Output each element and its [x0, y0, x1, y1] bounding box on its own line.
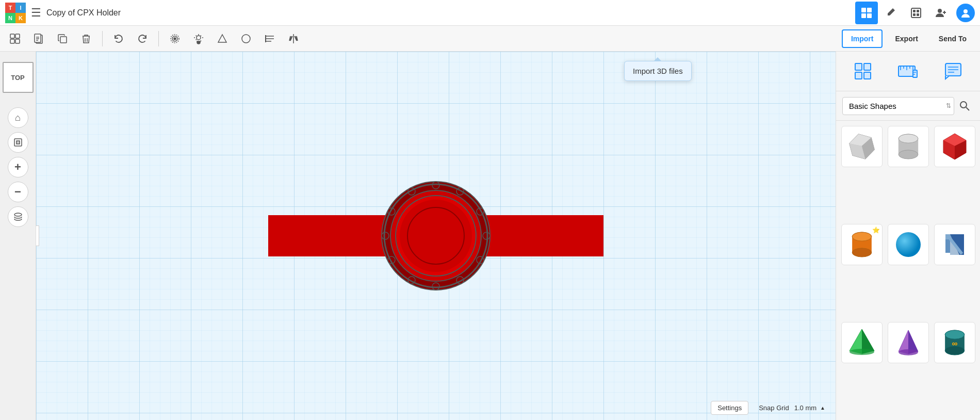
snap-grid-value: 1.0 mm — [794, 404, 816, 412]
logo-i: I — [15, 3, 26, 13]
align-btn[interactable] — [260, 29, 280, 49]
logo-t: T — [5, 3, 15, 13]
svg-point-108 — [945, 330, 965, 339]
svg-rect-11 — [10, 34, 14, 38]
top-nav-icons — [855, 2, 975, 24]
top-bar: T I N K ☰ Copy of CPX Holder — [0, 0, 980, 26]
fit-screen-btn[interactable] — [8, 132, 28, 153]
svg-rect-55 — [855, 72, 862, 79]
svg-point-32 — [14, 213, 22, 216]
separator-1 — [102, 31, 103, 46]
shapes-dropdown-area: Basic Shapes ⇅ — [836, 91, 980, 121]
redo-btn[interactable] — [133, 29, 152, 49]
shapes-search-btn[interactable] — [955, 96, 974, 115]
separator-2 — [158, 31, 159, 46]
svg-rect-20 — [60, 37, 67, 43]
grid-view-btn[interactable] — [855, 2, 878, 24]
import-tooltip: Import 3D files — [624, 61, 692, 81]
shape-tool-2-btn[interactable] — [236, 29, 256, 49]
svg-rect-4 — [911, 8, 921, 18]
panel-ruler-btn[interactable] — [894, 58, 921, 85]
svg-rect-12 — [15, 34, 20, 38]
panel-collapse-btn[interactable]: › — [36, 225, 39, 246]
tinkercad-logo[interactable]: T I N K — [5, 3, 26, 23]
svg-point-24 — [197, 36, 201, 40]
snap-grid-chevron[interactable]: ▲ — [820, 405, 825, 411]
star-badge: ⭐ — [872, 227, 880, 234]
svg-rect-63 — [913, 70, 917, 77]
svg-point-45 — [382, 232, 389, 239]
svg-line-71 — [966, 107, 969, 110]
svg-text:∞: ∞ — [952, 339, 958, 348]
svg-point-42 — [432, 283, 439, 290]
panel-grid-btn[interactable] — [850, 58, 876, 85]
svg-rect-6 — [917, 10, 919, 12]
svg-point-79 — [899, 134, 918, 143]
svg-point-89 — [852, 232, 872, 241]
svg-point-52 — [407, 207, 464, 264]
svg-rect-8 — [917, 13, 919, 16]
import-btn[interactable]: Import — [842, 29, 883, 48]
circle-gear — [379, 179, 493, 293]
svg-rect-13 — [10, 39, 14, 43]
svg-point-78 — [899, 150, 918, 159]
panel-notes-btn[interactable] — [940, 58, 967, 85]
left-panel: TOP ⌂ + − — [0, 52, 36, 420]
undo-btn[interactable] — [109, 29, 128, 49]
svg-rect-7 — [913, 13, 916, 16]
settings-btn[interactable]: Settings — [711, 401, 748, 415]
snap-grid-control[interactable]: Snap Grid 1.0 mm ▲ — [759, 404, 825, 412]
right-panel-top-icons — [836, 52, 980, 91]
svg-point-88 — [852, 248, 872, 257]
shape-purple-cone[interactable] — [888, 322, 929, 363]
svg-rect-0 — [861, 8, 866, 12]
copy-btn[interactable] — [53, 29, 72, 49]
shape-red-box[interactable] — [934, 126, 975, 167]
shape-orange-cylinder[interactable]: ⭐ — [841, 224, 883, 265]
svg-rect-53 — [855, 63, 862, 70]
shape-tool-1-btn[interactable] — [213, 29, 232, 49]
canvas-area[interactable]: › Settings Snap Grid 1.0 mm ▲ — [36, 52, 836, 420]
snap-grid-label: Snap Grid — [759, 404, 789, 412]
shape-teal-cylinder[interactable]: ∞ — [934, 322, 975, 363]
shape-text3d[interactable] — [934, 224, 975, 265]
zoom-out-btn[interactable]: − — [8, 182, 28, 202]
svg-point-70 — [960, 102, 967, 108]
layers-btn[interactable] — [8, 206, 28, 227]
view-cube-box[interactable]: TOP — [3, 62, 34, 93]
logo-k: K — [15, 13, 26, 23]
shape-box[interactable] — [841, 126, 883, 167]
light-btn[interactable] — [189, 29, 208, 49]
camera-view-btn[interactable] — [165, 29, 185, 49]
design-container[interactable] — [268, 133, 603, 339]
shape-cylinder[interactable] — [888, 126, 929, 167]
view-cube[interactable]: TOP — [0, 57, 39, 98]
new-design-btn[interactable] — [5, 29, 25, 49]
svg-rect-3 — [867, 13, 872, 18]
delete-btn[interactable] — [76, 29, 96, 49]
toolbar: Import Export Send To — [0, 26, 980, 52]
shapes-select[interactable]: Basic Shapes — [842, 97, 954, 115]
app-title: Copy of CPX Holder — [46, 8, 850, 18]
mirror-btn[interactable] — [284, 29, 303, 49]
add-user-btn[interactable] — [929, 2, 952, 24]
svg-point-90 — [896, 232, 921, 257]
shapes-grid: ⭐ — [836, 121, 980, 420]
shape-sphere[interactable] — [888, 224, 929, 265]
sendto-btn[interactable]: Send To — [930, 30, 975, 47]
gallery-btn[interactable] — [905, 2, 927, 24]
build-mode-btn[interactable] — [880, 2, 903, 24]
avatar-btn[interactable] — [956, 4, 975, 22]
svg-rect-1 — [867, 8, 872, 12]
paste-btn[interactable] — [29, 29, 48, 49]
zoom-in-btn[interactable]: + — [8, 157, 28, 177]
shape-green-pyramid[interactable] — [841, 322, 883, 363]
export-btn[interactable]: Export — [887, 30, 926, 47]
svg-rect-54 — [864, 63, 871, 70]
svg-rect-5 — [913, 10, 916, 12]
home-view-btn[interactable]: ⌂ — [8, 107, 28, 128]
right-panel: Basic Shapes ⇅ — [836, 52, 980, 420]
bottom-bar: Settings Snap Grid 1.0 mm ▲ — [711, 401, 825, 415]
svg-rect-14 — [15, 39, 20, 43]
menu-icon[interactable]: ☰ — [31, 6, 41, 20]
